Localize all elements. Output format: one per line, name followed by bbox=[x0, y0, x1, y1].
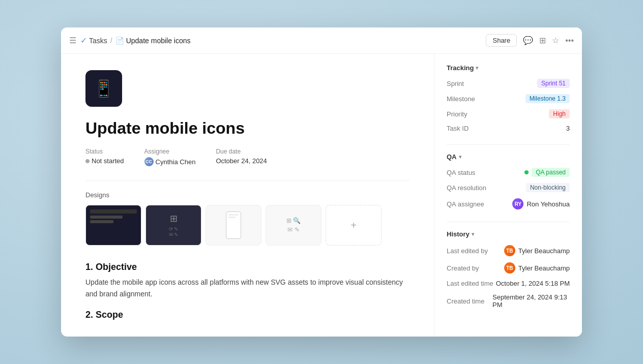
sidebar: Tracking ▾ Sprint Sprint 51 Milestone Mi… bbox=[434, 54, 582, 337]
qa-resolution-label: QA resolution bbox=[447, 184, 492, 192]
created-time-value: September 24, 2024 9:13 PM bbox=[492, 293, 570, 309]
qa-section: QA ▾ QA status QA passed QA resolution N… bbox=[447, 153, 570, 209]
current-page-label: Update mobile icons bbox=[126, 37, 191, 45]
qa-assignee-value: RY Ron Yehoshua bbox=[512, 198, 570, 209]
designs-section: Designs ⊞ ⟳ ✎ ✉ ✎ bbox=[85, 191, 410, 246]
priority-row: Priority High bbox=[447, 109, 570, 118]
assignee-avatar: CC bbox=[144, 157, 154, 166]
designs-grid: ⊞ ⟳ ✎ ✉ ✎ bbox=[85, 205, 410, 246]
milestone-label: Milestone bbox=[447, 95, 492, 103]
add-icon: + bbox=[350, 220, 357, 231]
milestone-value: Milestone 1.3 bbox=[525, 94, 570, 103]
qa-assignee-avatar: RY bbox=[512, 198, 523, 209]
tracking-chevron[interactable]: ▾ bbox=[476, 65, 478, 71]
content-area: 📱 Update mobile icons Status Not started… bbox=[61, 54, 582, 337]
more-icon[interactable]: ••• bbox=[565, 36, 574, 45]
titlebar-right: Share 💬 ⊞ ☆ ••• bbox=[486, 34, 574, 47]
task-meta: Status Not started Assignee CC Cynthia C… bbox=[85, 148, 410, 166]
breadcrumb-tasks[interactable]: ✓ Tasks bbox=[80, 36, 107, 45]
assignee-label: Assignee bbox=[144, 148, 196, 155]
objective-section: 1. Objective Update the mobile app icons… bbox=[85, 262, 410, 299]
comment-icon[interactable]: 💬 bbox=[523, 36, 533, 45]
priority-label: Priority bbox=[447, 110, 492, 118]
design-thumb-2[interactable]: ⊞ ⟳ ✎ ✉ ✎ bbox=[145, 205, 201, 246]
add-design-button[interactable]: + bbox=[326, 205, 382, 246]
due-date-value: October 24, 2024 bbox=[216, 157, 267, 165]
status-field: Status Not started bbox=[85, 148, 124, 166]
scope-section: 2. Scope bbox=[85, 310, 410, 320]
created-time-row: Created time September 24, 2024 9:13 PM bbox=[447, 293, 570, 309]
menu-icon[interactable]: ☰ bbox=[69, 36, 76, 45]
task-icon: 📱 bbox=[85, 70, 122, 107]
design-thumb-1[interactable] bbox=[85, 205, 141, 246]
qa-resolution-badge[interactable]: Non-blocking bbox=[526, 183, 570, 192]
qa-status-badge[interactable]: QA passed bbox=[532, 168, 570, 177]
scope-heading: 2. Scope bbox=[85, 310, 410, 320]
app-window: ☰ ✓ Tasks / 📄 Update mobile icons Share … bbox=[61, 27, 582, 337]
task-id-row: Task ID 3 bbox=[447, 125, 570, 132]
last-edited-time-value: October 1, 2024 5:18 PM bbox=[496, 280, 570, 287]
tasks-label: Tasks bbox=[89, 37, 107, 45]
milestone-badge[interactable]: Milestone 1.3 bbox=[525, 94, 570, 103]
last-edited-by-label: Last edited by bbox=[447, 247, 492, 255]
milestone-row: Milestone Milestone 1.3 bbox=[447, 94, 570, 103]
qa-title: QA ▾ bbox=[447, 153, 570, 161]
last-edited-avatar: TB bbox=[504, 245, 515, 256]
phone-mockup-icon bbox=[226, 211, 241, 239]
star-icon[interactable]: ☆ bbox=[552, 36, 559, 45]
task-title: Update mobile icons bbox=[85, 119, 410, 138]
objective-text: Update the mobile app icons across all p… bbox=[85, 277, 410, 299]
task-id-value: 3 bbox=[566, 125, 570, 132]
qa-assignee-label: QA assignee bbox=[447, 200, 492, 208]
qa-resolution-value: Non-blocking bbox=[526, 183, 570, 192]
last-edited-by-value: TB Tyler Beauchamp bbox=[504, 245, 570, 256]
titlebar-left: ☰ ✓ Tasks / 📄 Update mobile icons bbox=[69, 36, 482, 45]
qa-status-label: QA status bbox=[447, 169, 492, 176]
sprint-label: Sprint bbox=[447, 80, 492, 87]
status-dot-icon bbox=[85, 159, 90, 163]
qa-status-row: QA status QA passed bbox=[447, 168, 570, 177]
last-edited-by-row: Last edited by TB Tyler Beauchamp bbox=[447, 245, 570, 256]
tracking-title: Tracking ▾ bbox=[447, 64, 570, 72]
qa-status-dot bbox=[524, 170, 529, 174]
history-section: History ▾ Last edited by TB Tyler Beauch… bbox=[447, 230, 570, 309]
layout-icon[interactable]: ⊞ bbox=[539, 36, 546, 45]
objective-heading: 1. Objective bbox=[85, 262, 410, 272]
tasks-check-icon: ✓ bbox=[80, 36, 87, 45]
qa-status-value: QA passed bbox=[524, 168, 570, 177]
history-chevron[interactable]: ▾ bbox=[472, 231, 474, 237]
qa-resolution-row: QA resolution Non-blocking bbox=[447, 183, 570, 192]
sprint-badge[interactable]: Sprint 51 bbox=[537, 79, 570, 88]
content-divider bbox=[85, 180, 410, 181]
assignee-field: Assignee CC Cynthia Chen bbox=[144, 148, 196, 166]
due-date-label: Due date bbox=[216, 148, 267, 155]
breadcrumb-current: 📄 Update mobile icons bbox=[115, 37, 191, 45]
design-thumb-4[interactable]: ⊞ 🔍 ✉ ✎ bbox=[266, 205, 322, 246]
status-value: Not started bbox=[85, 157, 124, 165]
status-label: Status bbox=[85, 148, 124, 155]
breadcrumb: ✓ Tasks / 📄 Update mobile icons bbox=[80, 36, 191, 45]
tracking-section: Tracking ▾ Sprint Sprint 51 Milestone Mi… bbox=[447, 64, 570, 132]
share-button[interactable]: Share bbox=[486, 34, 517, 47]
last-edited-time-label: Last edited time bbox=[447, 280, 493, 287]
created-by-label: Created by bbox=[447, 264, 492, 272]
history-title: History ▾ bbox=[447, 230, 570, 238]
sprint-row: Sprint Sprint 51 bbox=[447, 79, 570, 88]
titlebar: ☰ ✓ Tasks / 📄 Update mobile icons Share … bbox=[61, 27, 582, 54]
main-content: 📱 Update mobile icons Status Not started… bbox=[61, 54, 434, 337]
designs-label: Designs bbox=[85, 191, 410, 199]
priority-badge[interactable]: High bbox=[549, 109, 570, 118]
sprint-value: Sprint 51 bbox=[537, 79, 570, 88]
created-by-row: Created by TB Tyler Beauchamp bbox=[447, 262, 570, 274]
created-time-label: Created time bbox=[447, 297, 492, 305]
created-by-value: TB Tyler Beauchamp bbox=[504, 262, 570, 274]
document-icon: 📄 bbox=[115, 37, 124, 45]
due-date-field: Due date October 24, 2024 bbox=[216, 148, 267, 166]
tracking-qa-divider bbox=[447, 144, 570, 145]
design-thumb-3[interactable] bbox=[206, 205, 261, 246]
qa-assignee-row: QA assignee RY Ron Yehoshua bbox=[447, 198, 570, 209]
qa-chevron[interactable]: ▾ bbox=[459, 154, 461, 160]
assignee-value: CC Cynthia Chen bbox=[144, 157, 196, 166]
priority-value: High bbox=[549, 109, 570, 118]
last-edited-time-row: Last edited time October 1, 2024 5:18 PM bbox=[447, 280, 570, 287]
